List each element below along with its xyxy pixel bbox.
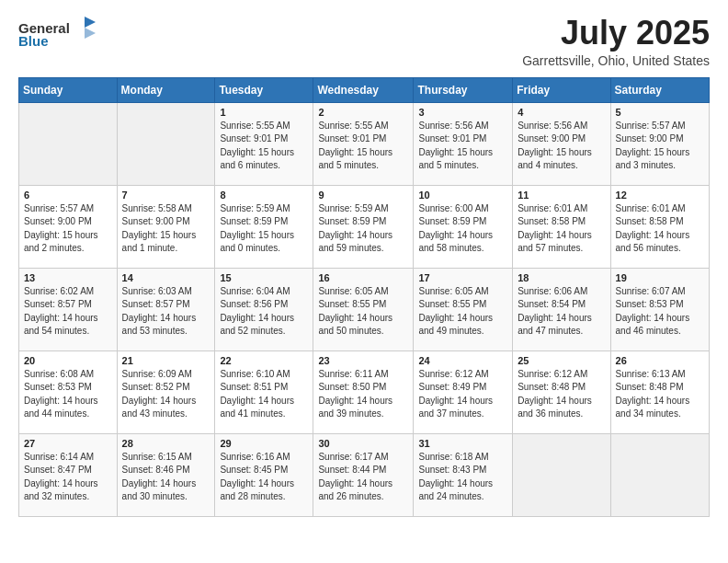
calendar-cell: 4Sunrise: 5:56 AMSunset: 9:00 PMDaylight… bbox=[513, 102, 610, 185]
subtitle: Garrettsville, Ohio, United States bbox=[522, 53, 710, 68]
calendar-cell: 2Sunrise: 5:55 AMSunset: 9:01 PMDaylight… bbox=[313, 102, 414, 185]
calendar-week-row: 1Sunrise: 5:55 AMSunset: 9:01 PMDaylight… bbox=[19, 102, 710, 185]
day-info: Sunrise: 6:12 AMSunset: 8:49 PMDaylight:… bbox=[418, 368, 507, 421]
calendar-cell: 22Sunrise: 6:10 AMSunset: 8:51 PMDayligh… bbox=[215, 350, 313, 433]
calendar-cell: 23Sunrise: 6:11 AMSunset: 8:50 PMDayligh… bbox=[313, 350, 414, 433]
calendar-cell: 19Sunrise: 6:07 AMSunset: 8:53 PMDayligh… bbox=[610, 268, 709, 350]
title-block: July 2025 Garrettsville, Ohio, United St… bbox=[522, 15, 710, 68]
day-info: Sunrise: 6:05 AMSunset: 8:55 PMDaylight:… bbox=[318, 285, 408, 339]
day-info: Sunrise: 6:00 AMSunset: 8:59 PMDaylight:… bbox=[418, 202, 507, 256]
calendar-cell: 1Sunrise: 5:55 AMSunset: 9:01 PMDaylight… bbox=[215, 102, 313, 185]
day-info: Sunrise: 6:13 AMSunset: 8:48 PMDaylight:… bbox=[616, 368, 704, 421]
calendar-cell: 28Sunrise: 6:15 AMSunset: 8:46 PMDayligh… bbox=[117, 433, 215, 516]
calendar-cell: 15Sunrise: 6:04 AMSunset: 8:56 PMDayligh… bbox=[215, 268, 313, 350]
day-info: Sunrise: 6:14 AMSunset: 8:47 PMDaylight:… bbox=[24, 451, 112, 504]
calendar-cell: 5Sunrise: 5:57 AMSunset: 9:00 PMDaylight… bbox=[610, 102, 709, 185]
calendar-cell: 30Sunrise: 6:17 AMSunset: 8:44 PMDayligh… bbox=[313, 433, 414, 516]
day-number: 24 bbox=[418, 355, 507, 366]
day-number: 28 bbox=[122, 438, 210, 449]
day-number: 29 bbox=[220, 438, 308, 449]
day-number: 25 bbox=[518, 355, 605, 366]
day-info: Sunrise: 6:12 AMSunset: 8:48 PMDaylight:… bbox=[518, 368, 605, 421]
weekday-header-friday: Friday bbox=[513, 77, 610, 102]
weekday-header-thursday: Thursday bbox=[414, 77, 513, 102]
day-info: Sunrise: 5:56 AMSunset: 9:00 PMDaylight:… bbox=[518, 120, 605, 173]
day-number: 8 bbox=[220, 190, 308, 201]
calendar-cell: 13Sunrise: 6:02 AMSunset: 8:57 PMDayligh… bbox=[19, 268, 118, 350]
page: General Blue July 2025 Garrettsville, Oh… bbox=[0, 0, 728, 563]
day-info: Sunrise: 6:06 AMSunset: 8:54 PMDaylight:… bbox=[518, 285, 605, 339]
calendar-cell: 17Sunrise: 6:05 AMSunset: 8:55 PMDayligh… bbox=[414, 268, 513, 350]
logo-flag-icon bbox=[72, 15, 97, 40]
calendar-cell bbox=[19, 102, 118, 185]
day-info: Sunrise: 6:01 AMSunset: 8:58 PMDaylight:… bbox=[518, 202, 605, 256]
day-number: 20 bbox=[24, 355, 112, 366]
day-number: 18 bbox=[518, 272, 605, 283]
day-number: 3 bbox=[418, 107, 507, 118]
weekday-header-tuesday: Tuesday bbox=[215, 77, 313, 102]
calendar-cell: 29Sunrise: 6:16 AMSunset: 8:45 PMDayligh… bbox=[215, 433, 313, 516]
day-info: Sunrise: 6:03 AMSunset: 8:57 PMDaylight:… bbox=[122, 285, 210, 339]
calendar-cell: 26Sunrise: 6:13 AMSunset: 8:48 PMDayligh… bbox=[610, 350, 709, 433]
day-info: Sunrise: 6:10 AMSunset: 8:51 PMDaylight:… bbox=[220, 368, 308, 421]
calendar-cell: 9Sunrise: 5:59 AMSunset: 8:59 PMDaylight… bbox=[313, 185, 414, 268]
calendar-cell: 25Sunrise: 6:12 AMSunset: 8:48 PMDayligh… bbox=[513, 350, 610, 433]
day-number: 1 bbox=[220, 107, 308, 118]
calendar-cell: 24Sunrise: 6:12 AMSunset: 8:49 PMDayligh… bbox=[414, 350, 513, 433]
calendar-cell bbox=[117, 102, 215, 185]
logo-blue-text: Blue bbox=[18, 33, 49, 49]
svg-marker-1 bbox=[85, 28, 96, 39]
day-info: Sunrise: 6:17 AMSunset: 8:44 PMDaylight:… bbox=[318, 451, 408, 504]
day-number: 15 bbox=[220, 272, 308, 283]
day-info: Sunrise: 6:11 AMSunset: 8:50 PMDaylight:… bbox=[318, 368, 408, 421]
day-number: 4 bbox=[518, 107, 605, 118]
calendar-week-row: 6Sunrise: 5:57 AMSunset: 9:00 PMDaylight… bbox=[19, 185, 710, 268]
calendar-cell: 16Sunrise: 6:05 AMSunset: 8:55 PMDayligh… bbox=[313, 268, 414, 350]
day-number: 31 bbox=[418, 438, 507, 449]
day-info: Sunrise: 5:59 AMSunset: 8:59 PMDaylight:… bbox=[220, 202, 308, 256]
day-number: 5 bbox=[616, 107, 704, 118]
weekday-header-saturday: Saturday bbox=[610, 77, 709, 102]
weekday-header-row: SundayMondayTuesdayWednesdayThursdayFrid… bbox=[19, 77, 710, 102]
day-number: 26 bbox=[616, 355, 704, 366]
calendar-cell: 18Sunrise: 6:06 AMSunset: 8:54 PMDayligh… bbox=[513, 268, 610, 350]
weekday-header-sunday: Sunday bbox=[19, 77, 118, 102]
day-number: 27 bbox=[24, 438, 112, 449]
day-info: Sunrise: 6:04 AMSunset: 8:56 PMDaylight:… bbox=[220, 285, 308, 339]
logo: General Blue bbox=[18, 15, 97, 49]
calendar-cell: 12Sunrise: 6:01 AMSunset: 8:58 PMDayligh… bbox=[610, 185, 709, 268]
day-info: Sunrise: 6:05 AMSunset: 8:55 PMDaylight:… bbox=[418, 285, 507, 339]
calendar-cell: 10Sunrise: 6:00 AMSunset: 8:59 PMDayligh… bbox=[414, 185, 513, 268]
day-info: Sunrise: 6:08 AMSunset: 8:53 PMDaylight:… bbox=[24, 368, 112, 421]
day-info: Sunrise: 5:57 AMSunset: 9:00 PMDaylight:… bbox=[616, 120, 704, 173]
day-info: Sunrise: 5:59 AMSunset: 8:59 PMDaylight:… bbox=[318, 202, 408, 256]
day-number: 17 bbox=[418, 272, 507, 283]
calendar-cell: 6Sunrise: 5:57 AMSunset: 9:00 PMDaylight… bbox=[19, 185, 118, 268]
day-number: 12 bbox=[616, 190, 704, 201]
day-number: 6 bbox=[24, 190, 112, 201]
day-info: Sunrise: 6:01 AMSunset: 8:58 PMDaylight:… bbox=[616, 202, 704, 256]
day-number: 16 bbox=[318, 272, 408, 283]
calendar-table: SundayMondayTuesdayWednesdayThursdayFrid… bbox=[18, 77, 710, 517]
calendar-cell bbox=[513, 433, 610, 516]
calendar-week-row: 13Sunrise: 6:02 AMSunset: 8:57 PMDayligh… bbox=[19, 268, 710, 350]
day-number: 30 bbox=[318, 438, 408, 449]
day-number: 11 bbox=[518, 190, 605, 201]
day-info: Sunrise: 6:18 AMSunset: 8:43 PMDaylight:… bbox=[418, 451, 507, 504]
day-number: 23 bbox=[318, 355, 408, 366]
day-info: Sunrise: 5:55 AMSunset: 9:01 PMDaylight:… bbox=[318, 120, 408, 173]
calendar-week-row: 20Sunrise: 6:08 AMSunset: 8:53 PMDayligh… bbox=[19, 350, 710, 433]
calendar-cell bbox=[610, 433, 709, 516]
calendar-cell: 31Sunrise: 6:18 AMSunset: 8:43 PMDayligh… bbox=[414, 433, 513, 516]
day-number: 2 bbox=[318, 107, 408, 118]
calendar-cell: 21Sunrise: 6:09 AMSunset: 8:52 PMDayligh… bbox=[117, 350, 215, 433]
day-info: Sunrise: 5:56 AMSunset: 9:01 PMDaylight:… bbox=[418, 120, 507, 173]
header: General Blue July 2025 Garrettsville, Oh… bbox=[18, 15, 710, 68]
calendar-cell: 14Sunrise: 6:03 AMSunset: 8:57 PMDayligh… bbox=[117, 268, 215, 350]
day-number: 13 bbox=[24, 272, 112, 283]
calendar-cell: 7Sunrise: 5:58 AMSunset: 9:00 PMDaylight… bbox=[117, 185, 215, 268]
day-number: 19 bbox=[616, 272, 704, 283]
weekday-header-monday: Monday bbox=[117, 77, 215, 102]
calendar-cell: 20Sunrise: 6:08 AMSunset: 8:53 PMDayligh… bbox=[19, 350, 118, 433]
day-info: Sunrise: 6:15 AMSunset: 8:46 PMDaylight:… bbox=[122, 451, 210, 504]
